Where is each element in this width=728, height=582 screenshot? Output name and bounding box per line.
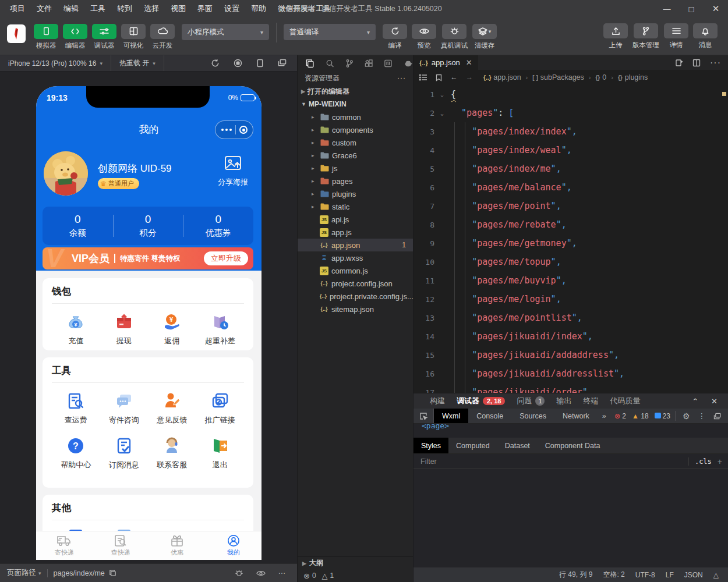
minimize-capsule-icon[interactable] [239,126,248,134]
menu-item-4[interactable]: 转到 [112,2,137,16]
minimize-button[interactable]: — [655,0,679,17]
code-line-9[interactable]: 9 "pages/me/getmoney", [414,234,728,253]
compile-button[interactable]: 编译 [383,24,407,50]
debugger-tab-代码质量[interactable]: 代码质量 [610,396,640,406]
close-panel-icon[interactable]: ✕ [711,397,718,406]
tree-item-plugins[interactable]: ▸plugins [298,187,413,200]
console-message-count[interactable]: 23 [655,412,670,420]
mode-select[interactable]: 小程序模式▾ [182,24,269,40]
messages-button[interactable]: 消息 [693,23,718,49]
extensions-icon[interactable] [365,59,373,68]
close-button[interactable]: ✕ [704,0,728,17]
details-button[interactable]: 详情 [664,23,688,49]
styles-tab-computed[interactable]: Computed [448,438,497,453]
debugger-tab-调试器[interactable]: 调试器2, 18 [457,396,505,406]
menu-item-7[interactable]: 界面 [192,2,218,16]
subscribe-message-item[interactable]: 订阅消息 [100,436,149,470]
cls-button[interactable]: .cls [688,457,718,466]
editor-tab-appjson[interactable]: {..} app.json ✕ [414,55,478,70]
styles-tab-dataset[interactable]: Dataset [497,438,538,453]
page-path-label[interactable]: 页面路径 [7,568,36,578]
lint-status-icon[interactable]: △ [713,571,719,579]
wxml-tree[interactable]: <page> [414,424,728,438]
more-devtools-tabs-icon[interactable]: » [598,412,611,420]
code-line-5[interactable]: 5 "pages/index/me", [414,159,728,178]
menu-item-3[interactable]: 工具 [85,2,111,16]
copy-path-icon[interactable] [109,569,116,577]
menu-item-0[interactable]: 项目 [5,2,30,16]
outline-section[interactable]: ▶大纲 [298,556,413,569]
tree-item-app-json[interactable]: {..}app.json1 [298,239,413,251]
tea-icon[interactable] [404,59,413,68]
outline-list-icon[interactable] [419,74,427,81]
inspect-element-icon[interactable] [414,409,434,423]
cloud-dev-button[interactable]: 云开发 [150,24,175,50]
balance-stat[interactable]: 0余额 [43,207,113,245]
devtools-tab-network[interactable]: Network [554,409,598,423]
explorer-more-icon[interactable]: ··· [397,74,406,82]
open-editors-section[interactable]: ▶打开的编辑器 [298,85,413,98]
nav-forward-icon[interactable]: → [466,73,473,81]
tab-mine[interactable]: 我的 [205,531,261,560]
promo-link-item[interactable]: 推广链接 [196,391,245,425]
code-line-17[interactable]: 17 "pages/jikuaidi/order", [414,383,728,393]
tree-item-Grace6[interactable]: ▸Grace6 [298,149,413,162]
rebate-item[interactable]: ¥ 返佣 [148,312,196,346]
menu-item-2[interactable]: 编辑 [58,2,84,16]
breadcrumb-plugins[interactable]: {}plugins [618,73,648,81]
tree-item-app-wxss[interactable]: Ξapp.wxss [298,251,413,264]
devtools-tab-wxml[interactable]: Wxml [434,409,468,423]
device-select[interactable]: iPhone 12/13 (Pro) 100% 16▾ [0,55,111,71]
tree-item-sitemap-json[interactable]: {..}sitemap.json [298,303,413,315]
status-segment-0[interactable]: 行 49, 列 9 [559,570,592,580]
feedback-item[interactable]: 意见反馈 [148,391,196,425]
files-icon[interactable] [306,59,314,68]
upgrade-button[interactable]: 立即升级 [204,251,248,265]
npm-icon[interactable] [384,59,393,68]
debugger-tab-问题[interactable]: 问题1 [517,396,545,406]
vip-banner[interactable]: V VIP会员 特惠寄件 尊贵特权 立即升级 [43,247,253,269]
capsule-menu[interactable] [215,120,253,139]
more-menu-icon[interactable] [221,129,232,131]
breadcrumb-subPackages[interactable]: [ ]subPackages [532,73,584,81]
code-line-8[interactable]: 8 "pages/me/rebate", [414,215,728,234]
refresh-simulator-icon[interactable] [211,59,220,68]
debugger-toggle-button[interactable]: 调试器 [92,24,116,50]
share-poster-button[interactable]: 分享海报 [213,155,253,187]
more-status-icon[interactable]: ⋯ [278,569,287,577]
maximize-button[interactable]: □ [679,0,704,17]
compile-mode-select[interactable]: 普通编译▾ [284,24,376,40]
withdraw-item[interactable]: 提现 [100,312,149,346]
styles-tab-component-data[interactable]: Component Data [538,438,608,453]
hot-reload-select[interactable]: 热重载 开▾ [111,55,164,71]
code-editor[interactable]: 1⌄{2⌄ "pages": [3 "pages/index/index",4 … [414,85,728,393]
tree-item-pages[interactable]: ▸pages [298,175,413,187]
open-changes-icon[interactable] [675,59,683,67]
debugger-tab-终端[interactable]: 终端 [583,396,598,406]
upload-button[interactable]: 上传 [603,23,628,49]
overweight-item[interactable]: 超重补差 [196,312,245,346]
devtools-tab-sources[interactable]: Sources [511,409,554,423]
help-center-item[interactable]: ? 帮助中心 [52,436,100,470]
code-line-10[interactable]: 10 "pages/me/topup", [414,253,728,271]
remote-debug-button[interactable]: 真机调试 [441,24,468,50]
nav-back-icon[interactable]: ← [450,73,458,81]
tree-item-components[interactable]: ▸components [298,123,413,136]
status-segment-3[interactable]: LF [666,571,674,579]
add-style-icon[interactable]: + [718,457,728,466]
code-line-3[interactable]: 3 "pages/index/index", [414,122,728,141]
console-error-count[interactable]: ⊗ 2 [614,412,626,420]
points-stat[interactable]: 0积分 [113,207,183,245]
freight-query-item[interactable]: 查运费 [52,391,100,425]
breadcrumb-0[interactable]: {}0 [595,73,606,81]
clear-cache-button[interactable]: ▾ 清缓存 [472,24,497,50]
device-frame-icon[interactable] [256,59,264,68]
code-line-7[interactable]: 7 "pages/me/point", [414,197,728,215]
workspace-root[interactable]: ▼MP-WEIXIN [298,98,413,111]
tree-item-api-js[interactable]: JSapi.js [298,213,413,226]
tree-item-common[interactable]: ▸common [298,111,413,123]
bookmark-icon[interactable] [436,74,442,81]
multi-window-icon[interactable] [278,59,287,67]
version-control-button[interactable]: 版本管理 [632,23,659,49]
menu-item-8[interactable]: 设置 [219,2,245,16]
